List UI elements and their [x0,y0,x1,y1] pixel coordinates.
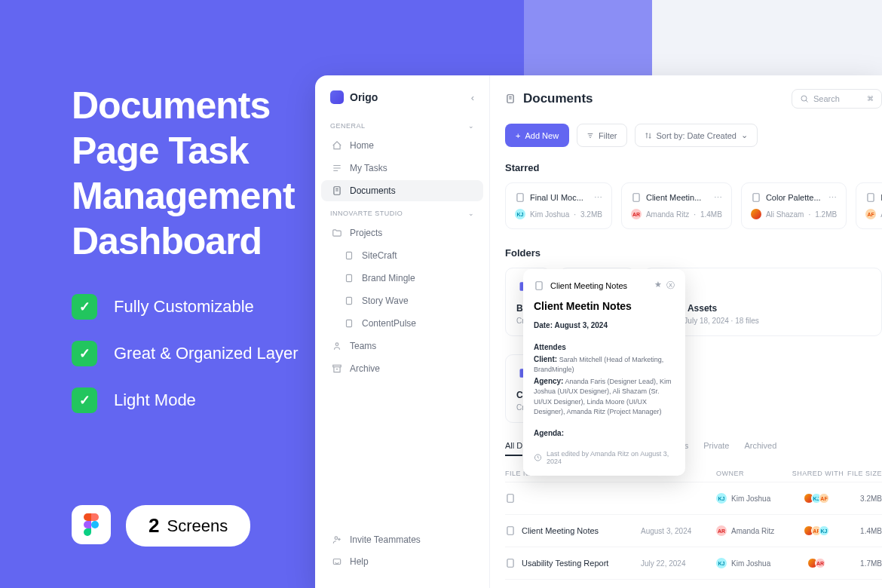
folder-icon [332,228,342,238]
starred-title: Starred [505,162,882,173]
clock-icon [534,453,542,462]
starred-card[interactable]: Final UI Moc...⋯ KJKim Joshua · 3.2MB [505,182,612,229]
svg-rect-9 [333,559,340,565]
popover-body: Date: August 3, 2024 Attendes Client: Sa… [534,320,675,439]
more-icon[interactable]: ⋯ [714,193,722,203]
nav-story-wave[interactable]: Story Wave [321,290,483,311]
logo-icon [330,90,344,104]
check-icon: ✓ [72,294,97,320]
starred-card[interactable]: Innovarte Bra AFAnanda Faris [856,182,882,229]
filter-button[interactable]: Filter [577,124,626,147]
table-row[interactable]: Usability Testing Report July 22, 2024 K… [505,547,882,579]
star-icon[interactable]: ★ [654,280,662,291]
starred-card[interactable]: Color Palette...⋯ Ali Shazam · 1.2MB [741,182,847,229]
sort-icon [645,132,652,139]
tab-private[interactable]: Private [703,441,729,456]
nav-brand-mingle[interactable]: Brand Mingle [321,268,483,289]
search-input[interactable]: Search ⌘ [792,89,882,109]
more-icon[interactable]: ⋯ [828,193,837,203]
nav-projects[interactable]: Projects [321,222,483,243]
avatar: KJ [716,493,727,504]
svg-point-6 [335,343,338,346]
starred-row: Final UI Moc...⋯ KJKim Joshua · 3.2MB Cl… [505,182,882,229]
svg-point-11 [801,96,807,101]
feature-text: Great & Organized Layer [114,344,299,363]
nav-help[interactable]: Help [321,551,483,572]
avatar [751,209,761,219]
svg-point-0 [91,521,99,528]
shared-avatars: AFKJ [807,525,829,536]
document-icon [631,192,642,203]
document-icon [332,185,342,196]
col-owner: OWNER [716,470,792,477]
nav-archive[interactable]: Archive [321,358,483,379]
document-icon [515,192,525,203]
add-new-button[interactable]: + Add New [505,124,569,147]
starred-card[interactable]: Client Meetin...⋯ ARAmanda Ritz · 1.4MB [621,182,732,229]
chevron-down-icon[interactable]: ⌄ [468,122,475,130]
collapse-icon[interactable]: ‹ [471,92,474,103]
document-icon [751,192,761,203]
feature-list: ✓ Fully Customizable ✓ Great & Organized… [72,294,313,413]
home-icon [332,140,342,151]
popover-footer: Last edited by Amanda Ritz on August 3, … [534,450,675,465]
avatar: KJ [515,209,525,219]
plus-icon: + [516,131,520,140]
nav-sitecraft[interactable]: SiteCraft [321,245,483,266]
check-icon: ✓ [72,387,97,413]
chevron-down-icon[interactable]: ⌄ [468,210,475,217]
doc-icon [344,273,354,283]
logo-row: Origo ‹ [315,75,489,115]
doc-icon [344,318,354,329]
col-shared: SHARED WITH [792,470,844,477]
close-icon[interactable]: ⓧ [666,280,675,291]
bg-light [652,0,882,75]
page-title: Documents [523,91,593,106]
nav-content-pulse[interactable]: ContentPulse [321,313,483,334]
help-icon [332,556,342,567]
tab-all[interactable]: All D [505,441,522,456]
promo-title: Documents Page Task Management Dashboard [72,83,313,264]
table-row[interactable]: KJKim Joshua KJAF 3.2MB [505,482,882,514]
more-icon[interactable]: ⋯ [594,193,602,203]
table-row[interactable]: Wireframe for Landing Page July 12, 2024… [505,579,882,588]
section-studio: INNOVARTE STUDIO⌄ [315,202,489,222]
nav-my-tasks[interactable]: My Tasks [321,158,483,179]
svg-rect-18 [507,559,513,568]
invite-icon [332,534,342,545]
filter-icon [586,132,594,139]
doc-icon [344,250,354,261]
svg-rect-13 [633,194,639,202]
svg-point-8 [335,537,338,540]
feature-item: ✓ Light Mode [72,387,313,413]
svg-rect-2 [347,252,352,259]
document-icon [865,192,876,203]
svg-rect-17 [507,527,513,535]
avatar: AR [631,209,642,219]
document-preview-popover: Client Meeting Notes ★ ⓧ Client Meetin N… [523,269,685,476]
nav-invite[interactable]: Invite Teammates [321,529,483,550]
nav-teams[interactable]: Teams [321,335,483,357]
feature-item: ✓ Fully Customizable [72,294,313,320]
screens-badge: 2 Screens [126,505,250,547]
sort-button[interactable]: Sort by: Date Created ⌄ [635,124,758,147]
svg-rect-14 [753,194,759,202]
nav-documents[interactable]: Documents [321,180,483,201]
col-size: FILE SIZE [844,470,882,477]
doc-icon [344,296,354,306]
sidebar-footer: Invite Teammates Help [315,521,489,588]
screens-count: 2 [149,514,159,537]
table-row[interactable]: Client Meeting Notes August 3, 2024 ARAm… [505,514,882,547]
popover-header: Client Meeting Notes ★ ⓧ [534,280,675,291]
avatar: KJ [716,558,727,568]
shared-avatars: KJAF [807,493,829,504]
document-icon [534,280,544,291]
topbar: Documents Search ⌘ [505,89,882,109]
tab-archived[interactable]: Archived [744,441,776,456]
shared-avatars: AR [810,558,825,568]
nav-home[interactable]: Home [321,135,483,156]
sidebar: Origo ‹ GENERAL⌄ Home My Tasks Documents… [315,75,490,588]
folders-title: Folders [505,247,882,259]
document-icon [505,493,516,504]
section-general: GENERAL⌄ [315,115,489,134]
